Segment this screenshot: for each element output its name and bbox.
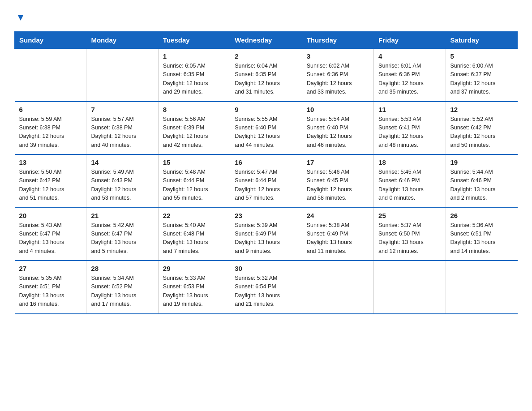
header-tuesday: Tuesday: [158, 32, 230, 49]
day-number: 6: [19, 106, 82, 113]
page-header: [14, 11, 518, 23]
day-info: Sunrise: 5:45 AMSunset: 6:46 PMDaylight:…: [378, 168, 441, 203]
calendar-cell: [446, 261, 517, 314]
calendar-cell: 18Sunrise: 5:45 AMSunset: 6:46 PMDayligh…: [374, 154, 446, 208]
calendar-week-5: 27Sunrise: 5:35 AMSunset: 6:51 PMDayligh…: [15, 261, 518, 314]
calendar-cell: 6Sunrise: 5:59 AMSunset: 6:38 PMDaylight…: [15, 102, 86, 155]
day-info: Sunrise: 5:52 AMSunset: 6:42 PMDaylight:…: [450, 115, 513, 150]
day-number: 2: [235, 52, 297, 60]
day-info: Sunrise: 5:36 AMSunset: 6:51 PMDaylight:…: [450, 221, 513, 256]
day-number: 11: [378, 106, 441, 113]
day-number: 3: [307, 52, 369, 60]
day-number: 13: [19, 158, 82, 166]
day-info: Sunrise: 6:02 AMSunset: 6:36 PMDaylight:…: [307, 62, 369, 97]
day-number: 30: [235, 265, 297, 272]
day-info: Sunrise: 5:47 AMSunset: 6:44 PMDaylight:…: [235, 168, 297, 203]
calendar-week-4: 20Sunrise: 5:43 AMSunset: 6:47 PMDayligh…: [15, 208, 518, 261]
day-info: Sunrise: 6:04 AMSunset: 6:35 PMDaylight:…: [235, 62, 297, 97]
svg-marker-0: [18, 15, 23, 21]
calendar-cell: 15Sunrise: 5:48 AMSunset: 6:44 PMDayligh…: [158, 154, 230, 208]
day-number: 4: [378, 52, 441, 60]
day-info: Sunrise: 5:34 AMSunset: 6:52 PMDaylight:…: [91, 274, 153, 309]
day-info: Sunrise: 5:42 AMSunset: 6:47 PMDaylight:…: [91, 221, 153, 256]
calendar-cell: 14Sunrise: 5:49 AMSunset: 6:43 PMDayligh…: [86, 154, 158, 208]
day-info: Sunrise: 5:49 AMSunset: 6:43 PMDaylight:…: [91, 168, 153, 203]
day-number: 27: [19, 265, 82, 272]
calendar-cell: 29Sunrise: 5:33 AMSunset: 6:53 PMDayligh…: [158, 261, 230, 314]
header-thursday: Thursday: [302, 32, 373, 49]
day-number: 5: [450, 52, 513, 60]
day-number: 29: [163, 265, 225, 272]
day-info: Sunrise: 5:32 AMSunset: 6:54 PMDaylight:…: [235, 274, 297, 309]
calendar-cell: 23Sunrise: 5:39 AMSunset: 6:49 PMDayligh…: [230, 208, 302, 261]
calendar-cell: 2Sunrise: 6:04 AMSunset: 6:35 PMDaylight…: [230, 49, 302, 102]
day-info: Sunrise: 6:00 AMSunset: 6:37 PMDaylight:…: [450, 62, 513, 97]
day-number: 10: [307, 106, 369, 113]
day-number: 28: [91, 265, 153, 272]
header-monday: Monday: [86, 32, 158, 49]
day-info: Sunrise: 5:35 AMSunset: 6:51 PMDaylight:…: [19, 274, 82, 309]
day-info: Sunrise: 5:54 AMSunset: 6:40 PMDaylight:…: [307, 115, 369, 150]
day-info: Sunrise: 5:38 AMSunset: 6:49 PMDaylight:…: [307, 221, 369, 256]
day-number: 20: [19, 212, 82, 219]
logo: [14, 11, 26, 23]
calendar-cell: 3Sunrise: 6:02 AMSunset: 6:36 PMDaylight…: [302, 49, 373, 102]
logo-arrow-icon: [16, 11, 25, 23]
day-number: 18: [378, 158, 441, 166]
day-info: Sunrise: 5:43 AMSunset: 6:47 PMDaylight:…: [19, 221, 82, 256]
day-number: 12: [450, 106, 513, 113]
day-number: 8: [163, 106, 225, 113]
calendar-cell: 16Sunrise: 5:47 AMSunset: 6:44 PMDayligh…: [230, 154, 302, 208]
calendar-cell: 20Sunrise: 5:43 AMSunset: 6:47 PMDayligh…: [15, 208, 86, 261]
day-info: Sunrise: 5:55 AMSunset: 6:40 PMDaylight:…: [235, 115, 297, 150]
day-number: 23: [235, 212, 297, 219]
calendar-cell: 28Sunrise: 5:34 AMSunset: 6:52 PMDayligh…: [86, 261, 158, 314]
calendar-cell: 30Sunrise: 5:32 AMSunset: 6:54 PMDayligh…: [230, 261, 302, 314]
day-info: Sunrise: 6:01 AMSunset: 6:36 PMDaylight:…: [378, 62, 441, 97]
day-number: 24: [307, 212, 369, 219]
day-number: 1: [163, 52, 225, 60]
calendar-cell: 17Sunrise: 5:46 AMSunset: 6:45 PMDayligh…: [302, 154, 373, 208]
calendar-cell: 25Sunrise: 5:37 AMSunset: 6:50 PMDayligh…: [374, 208, 446, 261]
calendar-cell: 12Sunrise: 5:52 AMSunset: 6:42 PMDayligh…: [446, 102, 517, 155]
day-info: Sunrise: 6:05 AMSunset: 6:35 PMDaylight:…: [163, 62, 225, 97]
calendar-week-2: 6Sunrise: 5:59 AMSunset: 6:38 PMDaylight…: [15, 102, 518, 155]
header-friday: Friday: [374, 32, 446, 49]
calendar-table: SundayMondayTuesdayWednesdayThursdayFrid…: [14, 31, 518, 314]
day-number: 14: [91, 158, 153, 166]
calendar-cell: 13Sunrise: 5:50 AMSunset: 6:42 PMDayligh…: [15, 154, 86, 208]
day-info: Sunrise: 5:57 AMSunset: 6:38 PMDaylight:…: [91, 115, 153, 150]
calendar-cell: 21Sunrise: 5:42 AMSunset: 6:47 PMDayligh…: [86, 208, 158, 261]
calendar-cell: 9Sunrise: 5:55 AMSunset: 6:40 PMDaylight…: [230, 102, 302, 155]
calendar-cell: 1Sunrise: 6:05 AMSunset: 6:35 PMDaylight…: [158, 49, 230, 102]
calendar-header-row: SundayMondayTuesdayWednesdayThursdayFrid…: [15, 32, 518, 49]
day-info: Sunrise: 5:56 AMSunset: 6:39 PMDaylight:…: [163, 115, 225, 150]
header-sunday: Sunday: [15, 32, 86, 49]
calendar-week-1: 1Sunrise: 6:05 AMSunset: 6:35 PMDaylight…: [15, 49, 518, 102]
calendar-week-3: 13Sunrise: 5:50 AMSunset: 6:42 PMDayligh…: [15, 154, 518, 208]
day-info: Sunrise: 5:39 AMSunset: 6:49 PMDaylight:…: [235, 221, 297, 256]
calendar-cell: [374, 261, 446, 314]
day-number: 21: [91, 212, 153, 219]
day-number: 17: [307, 158, 369, 166]
day-info: Sunrise: 5:37 AMSunset: 6:50 PMDaylight:…: [378, 221, 441, 256]
day-info: Sunrise: 5:48 AMSunset: 6:44 PMDaylight:…: [163, 168, 225, 203]
calendar-cell: 11Sunrise: 5:53 AMSunset: 6:41 PMDayligh…: [374, 102, 446, 155]
day-number: 16: [235, 158, 297, 166]
day-number: 22: [163, 212, 225, 219]
calendar-cell: [15, 49, 86, 102]
calendar-cell: 27Sunrise: 5:35 AMSunset: 6:51 PMDayligh…: [15, 261, 86, 314]
day-info: Sunrise: 5:33 AMSunset: 6:53 PMDaylight:…: [163, 274, 225, 309]
day-info: Sunrise: 5:53 AMSunset: 6:41 PMDaylight:…: [378, 115, 441, 150]
day-number: 26: [450, 212, 513, 219]
calendar-cell: 7Sunrise: 5:57 AMSunset: 6:38 PMDaylight…: [86, 102, 158, 155]
day-number: 15: [163, 158, 225, 166]
calendar-cell: [302, 261, 373, 314]
calendar-cell: 26Sunrise: 5:36 AMSunset: 6:51 PMDayligh…: [446, 208, 517, 261]
day-info: Sunrise: 5:44 AMSunset: 6:46 PMDaylight:…: [450, 168, 513, 203]
day-number: 9: [235, 106, 297, 113]
header-saturday: Saturday: [446, 32, 517, 49]
calendar-cell: [86, 49, 158, 102]
calendar-cell: 4Sunrise: 6:01 AMSunset: 6:36 PMDaylight…: [374, 49, 446, 102]
calendar-cell: 19Sunrise: 5:44 AMSunset: 6:46 PMDayligh…: [446, 154, 517, 208]
